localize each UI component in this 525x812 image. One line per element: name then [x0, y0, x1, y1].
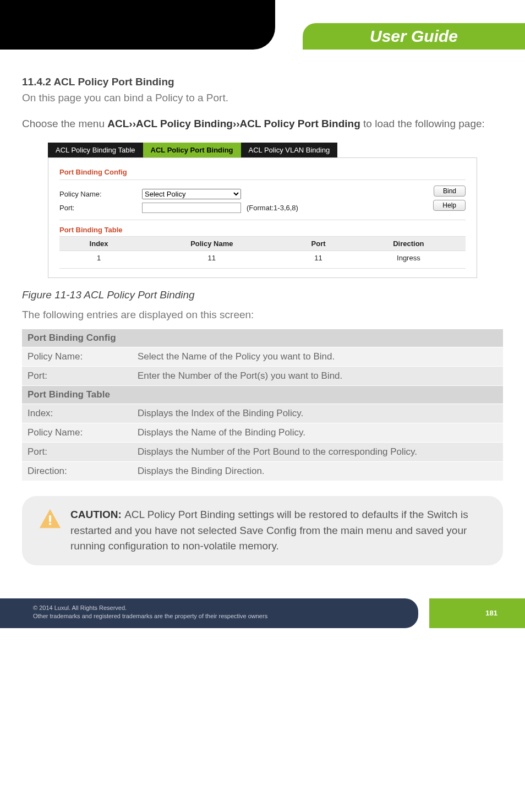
panel: Port Binding Config Policy Name: Select … — [48, 157, 477, 278]
menu-suffix: to load the following page: — [360, 118, 485, 129]
cell-port: 11 — [285, 251, 351, 265]
desc-header-1: Port Binding Config — [22, 329, 503, 347]
k-policy-name: Policy Name: — [22, 347, 132, 367]
th-policy: Policy Name — [138, 237, 285, 251]
tab-row: ACL Policy Binding Table ACL Policy Port… — [48, 143, 477, 157]
table-row: Port:Enter the Number of the Port(s) you… — [22, 367, 503, 386]
policy-name-select[interactable]: Select Policy — [142, 189, 241, 199]
embedded-screenshot: ACL Policy Binding Table ACL Policy Port… — [48, 143, 477, 278]
description-table: Port Binding Config Policy Name:Select t… — [22, 329, 503, 481]
tab-port-binding[interactable]: ACL Policy Port Binding — [143, 143, 241, 157]
figure-caption: Figure 11-13 ACL Policy Port Binding — [22, 289, 503, 301]
table-row: Port:Displays the Number of the Port Bou… — [22, 443, 503, 462]
cell-policy: 11 — [138, 251, 285, 265]
port-label: Port: — [59, 204, 142, 212]
port-format-hint: (Format:1-3,6,8) — [247, 204, 298, 212]
caution-body: ACL Policy Port Binding settings will be… — [70, 509, 468, 552]
k-index: Index: — [22, 404, 132, 423]
desc-header-2: Port Binding Table — [22, 386, 503, 404]
caution-box: CAUTION: ACL Policy Port Binding setting… — [22, 496, 503, 565]
k-port-2: Port: — [22, 443, 132, 462]
port-binding-config-title: Port Binding Config — [59, 168, 466, 176]
page-number: 181 — [485, 609, 497, 617]
menu-path-bold: ACL››ACL Policy Binding››ACL Policy Port… — [107, 118, 360, 129]
v-port-2: Displays the Number of the Port Bound to… — [132, 443, 503, 462]
th-index: Index — [59, 237, 138, 251]
desc-header-row: Port Binding Table — [22, 386, 503, 404]
k-policy-name-2: Policy Name: — [22, 423, 132, 443]
footer: © 2014 Luxul. All Rights Reserved. Other… — [0, 598, 525, 628]
entries-intro: The following entries are displayed on t… — [22, 309, 503, 321]
table-row: Index:Displays the Index of the Binding … — [22, 404, 503, 423]
k-port: Port: — [22, 367, 132, 386]
help-button[interactable]: Help — [433, 200, 466, 211]
th-port: Port — [285, 237, 351, 251]
k-direction: Direction: — [22, 462, 132, 481]
desc-header-row: Port Binding Config — [22, 329, 503, 347]
cell-index: 1 — [59, 251, 138, 265]
menu-path: Choose the menu ACL››ACL Policy Binding›… — [22, 116, 503, 132]
tab-vlan-binding[interactable]: ACL Policy VLAN Binding — [241, 143, 338, 157]
policy-name-label: Policy Name: — [59, 190, 142, 198]
cell-direction: Ingress — [352, 251, 466, 265]
caution-text: CAUTION: ACL Policy Port Binding setting… — [70, 507, 488, 554]
divider — [59, 179, 466, 180]
top-banner: User Guide — [0, 0, 525, 72]
svg-rect-0 — [49, 515, 51, 522]
v-port: Enter the Number of the Port(s) you want… — [132, 367, 503, 386]
bind-button[interactable]: Bind — [434, 186, 466, 197]
menu-prefix: Choose the menu — [22, 118, 107, 129]
v-direction: Displays the Binding Direction. — [132, 462, 503, 481]
port-row: Port: (Format:1-3,6,8) — [59, 203, 433, 213]
divider — [59, 220, 466, 220]
warning-icon — [37, 507, 63, 554]
policy-name-row: Policy Name: Select Policy — [59, 189, 433, 199]
footer-copyright-panel: © 2014 Luxul. All Rights Reserved. Other… — [0, 598, 418, 628]
footer-line-2: Other trademarks and registered trademar… — [33, 612, 385, 620]
table-row: Policy Name:Select the Name of the Polic… — [22, 347, 503, 367]
table-header-row: Index Policy Name Port Direction — [59, 237, 466, 251]
port-binding-table: Index Policy Name Port Direction 1 11 11… — [59, 236, 466, 265]
divider — [59, 268, 466, 269]
table-row: 1 11 11 Ingress — [59, 251, 466, 265]
banner-title: User Guide — [370, 27, 458, 46]
footer-page-panel: 181 — [429, 598, 525, 628]
section-intro: On this page you can bind a Policy to a … — [22, 90, 503, 106]
port-binding-table-title: Port Binding Table — [59, 226, 466, 234]
table-row: Direction:Displays the Binding Direction… — [22, 462, 503, 481]
banner-black-shape — [0, 0, 275, 50]
footer-line-1: © 2014 Luxul. All Rights Reserved. — [33, 604, 385, 612]
port-input[interactable] — [142, 203, 241, 213]
v-policy-name: Select the Name of the Policy you want t… — [132, 347, 503, 367]
v-index: Displays the Index of the Binding Policy… — [132, 404, 503, 423]
section-heading: 11.4.2 ACL Policy Port Binding — [22, 76, 503, 88]
banner-green-shape: User Guide — [303, 23, 525, 50]
tab-binding-table[interactable]: ACL Policy Binding Table — [48, 143, 143, 157]
v-policy-name-2: Displays the Name of the Binding Policy. — [132, 423, 503, 443]
caution-label: CAUTION: — [70, 509, 124, 520]
svg-rect-1 — [49, 523, 51, 525]
table-row: Policy Name:Displays the Name of the Bin… — [22, 423, 503, 443]
th-direction: Direction — [352, 237, 466, 251]
